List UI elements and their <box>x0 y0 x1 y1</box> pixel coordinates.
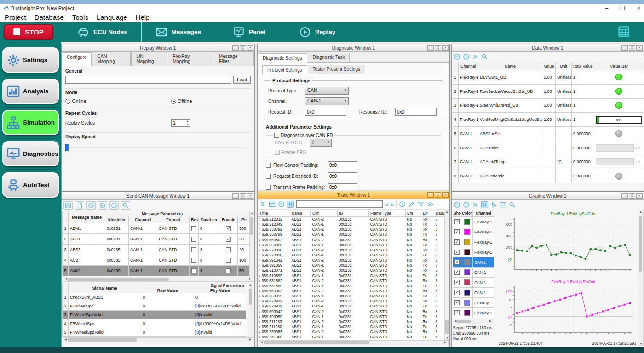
monitor-icon[interactable] <box>6 147 20 161</box>
replay-file-input[interactable] <box>65 76 231 84</box>
trace-row[interactable]: › 659.731000ABS1CAN-10x0231CAN STDNoTx8 <box>258 335 445 340</box>
column-header[interactable]: Brs <box>190 216 199 223</box>
column-header-chn[interactable]: Chn <box>311 210 338 217</box>
legend-row[interactable]: CAN-1 <box>453 288 494 298</box>
pause-icon[interactable] <box>481 201 488 208</box>
show-checkbox[interactable] <box>454 229 460 234</box>
minimize-button[interactable]: – <box>427 45 434 51</box>
minimize-button[interactable]: – <box>232 45 239 51</box>
data-row-acairinlet[interactable]: 6CAN-1ACAirInlet-0.0000000% <box>452 141 644 155</box>
trace-search-input[interactable] <box>296 200 383 208</box>
view-mode-icon[interactable] <box>269 201 276 208</box>
legend-row[interactable]: CAN-1 <box>453 257 494 268</box>
request-id-field[interactable] <box>305 108 346 116</box>
series-color-swatch[interactable] <box>464 279 470 285</box>
network-icon[interactable] <box>6 116 20 130</box>
load-button[interactable]: Load <box>233 76 251 84</box>
enable-checkbox[interactable] <box>226 237 231 242</box>
close-button[interactable]: × <box>247 193 253 199</box>
tab-flexray-mapping[interactable]: FlexRay Mapping <box>168 52 213 66</box>
add-signal-icon[interactable] <box>454 201 460 208</box>
request-extended-id-checkbox[interactable] <box>266 174 271 179</box>
brs-checkbox[interactable] <box>191 258 196 263</box>
subtab-protocol-settings[interactable]: Protocol Settings <box>262 65 307 74</box>
column-header[interactable]: Phy Value <box>194 288 246 293</box>
trace-vscrollbar[interactable]: ▲▼ <box>444 210 449 340</box>
legend-hscrollbar[interactable]: ◄► <box>453 319 493 324</box>
show-checkbox[interactable] <box>454 219 460 224</box>
param-value-field[interactable] <box>328 172 357 180</box>
data-row-acautomode[interactable]: 8CAN-1ACAutoMode-0.000000 <box>452 169 644 183</box>
sidebar-item-autotest[interactable]: AutoTest <box>2 172 59 198</box>
trace-row[interactable]: › 659.591859ABS1CAN-10x0231CAN STDNoTx8 <box>258 263 445 268</box>
show-checkbox[interactable] <box>454 260 460 265</box>
legend-row[interactable]: FlexRay-1 <box>453 247 494 257</box>
trace-row[interactable]: › 659.610871ABS1CAN-20x0231CAN STDNoRx8 <box>258 268 445 273</box>
subtab-tester-present-settings[interactable]: Tester Present Settings <box>308 65 365 74</box>
trace-row[interactable]: › 659.550802ABS1CAN-20x0231CAN STDNoRx8 <box>258 237 445 242</box>
minimize-button[interactable]: – <box>427 192 434 198</box>
message-row-abs3[interactable]: 3ABS30x0265CAN-1CAN STD820 <box>63 245 251 255</box>
show-checkbox[interactable] <box>454 250 460 255</box>
sidebar-item-analysis[interactable]: Analysis <box>2 79 59 104</box>
data-row-vehmodmngtglbsafe1usgmodsts[interactable]: 4FlexRay-1VehModMngtGlbSafe1UsgModSts1.0… <box>452 113 644 127</box>
menu-help[interactable]: Help <box>136 13 150 21</box>
column-header[interactable]: Format <box>157 216 190 223</box>
signal-table-hscrollbar[interactable]: ◄► <box>63 337 253 342</box>
protocol-type-dropdown[interactable]: CAN <box>305 87 349 95</box>
legend-row[interactable]: FlexRay-1 <box>453 217 494 227</box>
delete-icon[interactable] <box>472 201 479 208</box>
plus-circle-icon[interactable] <box>454 53 460 60</box>
column-header-value-bar[interactable]: Value Bar <box>594 62 644 70</box>
document-icon-button[interactable] <box>75 201 84 210</box>
magnifier-icon[interactable] <box>509 201 516 208</box>
trace-row[interactable]: › 659.670922ABS1CAN-20x0231CAN STDNoRx8 <box>258 299 445 304</box>
legend-row[interactable]: FlexRay-1 <box>453 237 494 247</box>
trace-row[interactable]: › 659.591842ABS1CAN-20x0231CAN STDNoRx8 <box>258 258 445 263</box>
legend-column-show[interactable]: Show <box>453 210 461 217</box>
replay-icon[interactable] <box>299 26 311 38</box>
series-color-swatch[interactable] <box>464 300 470 306</box>
enable-checkbox[interactable] <box>226 258 231 263</box>
maximize-button[interactable]: □ <box>240 193 246 199</box>
menu-language[interactable]: Language <box>97 13 127 21</box>
series-color-swatch[interactable] <box>464 290 470 296</box>
message-row-ac2[interactable]: 4AC20x0385CAN-1CAN STD8100 <box>63 255 251 266</box>
column-header-value[interactable]: Value <box>542 62 556 70</box>
param-value-field[interactable] <box>328 183 357 191</box>
column-header[interactable]: DataLen <box>199 216 219 223</box>
enable-checkbox[interactable] <box>226 226 231 231</box>
diagnostics-over-canfd-checkbox[interactable] <box>274 133 279 138</box>
trace-row[interactable]: › 659.550820ABS1CAN-10x0231CAN STDNoTx8 <box>258 242 445 247</box>
legend-row[interactable]: FlexRay-1 <box>453 308 494 318</box>
menu-project[interactable]: Project <box>5 13 26 21</box>
brs-checkbox[interactable] <box>191 247 196 252</box>
minimize-button[interactable]: – <box>621 193 628 199</box>
diagnostic-window-titlebar[interactable]: Diagnostic Window 1 – □ × <box>258 44 449 52</box>
panel-button[interactable]: Panel <box>215 22 283 42</box>
clear-icon[interactable] <box>278 201 285 208</box>
magnifier-icon[interactable] <box>481 53 488 60</box>
remove-signal-icon[interactable] <box>463 201 470 208</box>
maximize-button[interactable]: ❐ <box>620 5 625 11</box>
series-color-swatch[interactable] <box>464 310 470 316</box>
send-can-window-titlebar[interactable]: Send CAN Message Window 1 – □ × <box>62 192 254 200</box>
circle-icon-button[interactable] <box>109 201 119 210</box>
enable-checkbox[interactable] <box>226 247 231 252</box>
message-row-abs1[interactable]: 2ABS10x0231CAN-1CAN STD820 <box>63 234 251 245</box>
column-header[interactable]: Channel <box>129 216 157 223</box>
close-button[interactable]: × <box>637 5 640 11</box>
trace-row[interactable]: › 659.711963ABS1CAN-20x0231CAN STDNoRx8 <box>258 319 445 324</box>
close-button[interactable]: × <box>247 45 253 51</box>
enable-checkbox[interactable] <box>226 268 231 273</box>
column-header-raw-value[interactable]: Raw Value <box>572 62 594 70</box>
message-table-vscrollbar[interactable]: ▲▼ <box>249 211 254 281</box>
sidebar-item-simulation[interactable]: Simulation <box>2 110 59 135</box>
trace-row[interactable]: › 659.711980ABS1CAN-10x0231CAN STDNoTx8 <box>258 324 445 329</box>
show-checkbox[interactable] <box>454 290 460 295</box>
series-color-swatch[interactable] <box>464 219 470 225</box>
signal-row-flwheelspd[interactable]: 2FLWheelSpd0[0]0x0000~0x14D5:Valid <box>63 302 246 311</box>
graphic-window-titlebar[interactable]: Graphic Window 1 – □ × <box>452 192 644 200</box>
minimize-button[interactable]: – <box>232 193 239 199</box>
robot-icon[interactable] <box>6 178 20 192</box>
